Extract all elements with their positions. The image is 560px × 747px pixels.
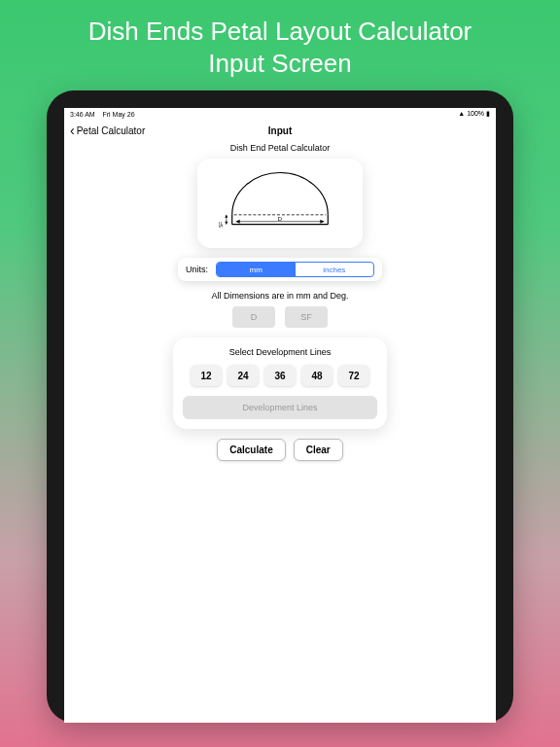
back-label: Petal Calculator [77,125,146,136]
dev-option-72[interactable]: 72 [338,365,369,386]
nav-bar: ‹ Petal Calculator Input [64,120,496,141]
wifi-icon: ▲ [458,110,465,117]
app-screen: 3:46 AM Fri May 26 ▲ 100% ▮ ‹ Petal Calc… [64,108,496,723]
status-date: Fri May 26 [102,111,134,118]
dev-option-12[interactable]: 12 [191,365,222,386]
chevron-left-icon: ‹ [70,124,75,137]
svg-marker-6 [320,220,324,224]
d-field[interactable]: D [232,306,275,328]
dish-end-diagram: D SF [213,166,347,240]
dev-option-48[interactable]: 48 [301,365,332,386]
status-bar: 3:46 AM Fri May 26 ▲ 100% ▮ [64,108,496,120]
battery-icon: ▮ [486,110,490,117]
action-row: Calculate Clear [217,439,342,461]
clear-button[interactable]: Clear [294,439,343,461]
diagram-sf-label: SF [219,222,224,228]
page-title: Input [268,125,292,136]
marketing-line-1: Dish Ends Petal Layout Calculator [88,16,472,48]
input-row: D SF [232,306,328,328]
units-card: Units: mm inches [178,258,382,281]
development-title: Select Development Lines [183,347,377,357]
status-left: 3:46 AM Fri May 26 [70,111,135,118]
dev-option-36[interactable]: 36 [264,365,296,386]
units-option-mm[interactable]: mm [217,263,296,276]
sf-field[interactable]: SF [285,306,328,328]
svg-marker-8 [225,215,228,218]
development-lines-field[interactable]: Development Lines [183,396,377,419]
units-segmented: mm inches [216,262,374,277]
diagram-d-label: D [278,216,282,222]
calculate-button[interactable]: Calculate [217,439,285,461]
back-button[interactable]: ‹ Petal Calculator [70,124,145,137]
dimensions-note: All Dimensions are in mm and Deg. [211,291,348,301]
diagram-card: D SF [197,159,363,248]
development-chips: 12 24 36 48 72 [183,365,377,386]
marketing-line-2: Input Screen [88,48,472,80]
marketing-heading: Dish Ends Petal Layout Calculator Input … [69,0,492,87]
status-right: ▲ 100% ▮ [458,110,490,118]
development-card: Select Development Lines 12 24 36 48 72 … [173,338,387,429]
tablet-frame: 3:46 AM Fri May 26 ▲ 100% ▮ ‹ Petal Calc… [47,90,513,723]
status-time: 3:46 AM [70,111,95,118]
svg-marker-5 [236,220,240,224]
units-option-inches[interactable]: inches [296,263,374,276]
dev-option-24[interactable]: 24 [228,365,259,386]
svg-marker-9 [225,222,228,225]
battery-text: 100% [467,110,484,117]
subtitle: Dish End Petal Calculator [64,143,496,153]
units-label: Units: [186,265,208,274]
